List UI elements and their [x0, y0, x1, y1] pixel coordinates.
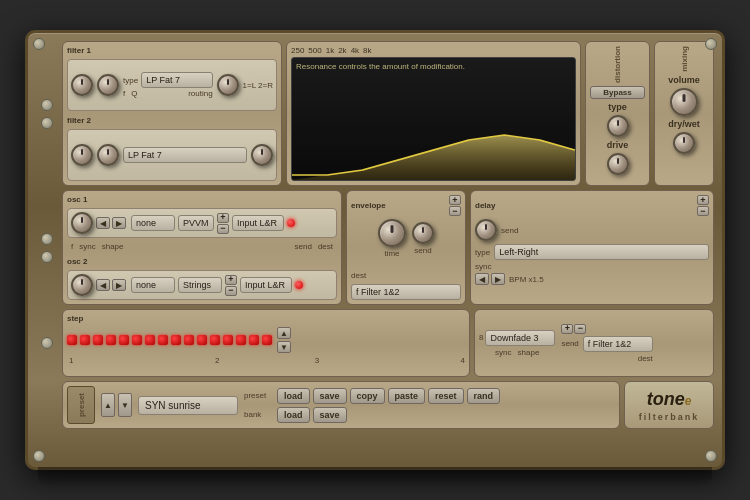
step-dot-8[interactable] — [158, 335, 168, 345]
mixing-drywet-knob[interactable] — [673, 132, 695, 154]
osc1-waveform-select[interactable]: none — [131, 215, 175, 231]
logo-main: tone — [647, 389, 685, 410]
delay-section: delay + − send type — [470, 190, 714, 305]
osc1-arrow-left[interactable]: ◀ — [96, 217, 110, 229]
osc2-arrow-left[interactable]: ◀ — [96, 279, 110, 291]
osc1-shape-label: shape — [102, 242, 124, 251]
envelope-dest-select[interactable]: f Filter 1&2 — [351, 284, 461, 300]
step-dot-16[interactable] — [262, 335, 272, 345]
preset-load-button[interactable]: load — [277, 388, 310, 404]
step-arrow-down[interactable]: ▼ — [277, 341, 291, 353]
step-dot-7[interactable] — [145, 335, 155, 345]
delay-knob[interactable] — [475, 219, 497, 241]
osc1-modulation-select[interactable]: PVVM — [178, 215, 214, 231]
osc2-waveform-select[interactable]: none — [131, 277, 175, 293]
eq-freq-250: 250 — [291, 46, 304, 55]
step-dot-6[interactable] — [132, 335, 142, 345]
delay-arrow-right[interactable]: ▶ — [491, 273, 505, 285]
envelope-time-label: time — [384, 249, 399, 258]
filter2-cutoff-knob[interactable] — [71, 144, 93, 166]
step-dot-12[interactable] — [210, 335, 220, 345]
filter1-type-select[interactable]: LP Fat 7 — [141, 72, 212, 88]
step-marker-2: 2 — [169, 356, 266, 365]
preset-name-display[interactable]: SYN sunrise — [138, 396, 238, 415]
osc1-dest-select[interactable]: Input L&R — [232, 215, 284, 231]
mixing-drywet-label: dry/wet — [668, 119, 700, 129]
mixing-label: mixing — [680, 46, 689, 72]
step-dot-9[interactable] — [171, 335, 181, 345]
screw-mid-l5 — [41, 337, 53, 349]
distortion-section: distortion Bypass type drive — [585, 41, 650, 186]
bank-save-button[interactable]: save — [313, 407, 347, 423]
step-dot-4[interactable] — [106, 335, 116, 345]
step-dot-13[interactable] — [223, 335, 233, 345]
delay-type-label: type — [475, 248, 490, 257]
bank-load-button[interactable]: load — [277, 407, 310, 423]
distortion-type-knob[interactable] — [607, 115, 629, 137]
filter1-cutoff-knob[interactable] — [71, 74, 93, 96]
delay-pm-plus[interactable]: + — [697, 195, 709, 205]
screw-mid-l2 — [41, 117, 53, 129]
filter2-type-select[interactable]: LP Fat 7 — [123, 147, 247, 163]
bypass-button[interactable]: Bypass — [590, 86, 645, 99]
step-pm-plus[interactable]: + — [561, 324, 573, 334]
screw-mid-l4 — [41, 251, 53, 263]
filter2-knob3[interactable] — [251, 144, 273, 166]
osc1-dest-label: dest — [318, 242, 333, 251]
preset-rand-button[interactable]: rand — [467, 388, 501, 404]
step-dot-2[interactable] — [80, 335, 90, 345]
step-section: step — [62, 309, 470, 377]
osc2-arrow-right[interactable]: ▶ — [112, 279, 126, 291]
osc1-pm-plus[interactable]: + — [217, 213, 229, 223]
eq-freq-500: 500 — [308, 46, 321, 55]
env-pm-minus[interactable]: − — [449, 206, 461, 216]
preset-arrow-up[interactable]: ▲ — [101, 393, 115, 417]
step-shape-select[interactable]: Downfade 3 — [485, 330, 555, 346]
eq-freq-8k: 8k — [363, 46, 371, 55]
filter1-q-label: Q — [131, 89, 137, 98]
filter-section: filter 1 type LP Fat 7 f — [62, 41, 282, 186]
step-dot-1[interactable] — [67, 335, 77, 345]
step-dot-14[interactable] — [236, 335, 246, 345]
preset-arrow-down[interactable]: ▼ — [118, 393, 132, 417]
osc1-f-label: f — [71, 242, 73, 251]
env-pm-plus[interactable]: + — [449, 195, 461, 205]
preset-reset-button[interactable]: reset — [428, 388, 464, 404]
synth-body: filter 1 type LP Fat 7 f — [25, 30, 725, 470]
preset-paste-button[interactable]: paste — [388, 388, 426, 404]
mixing-volume-knob[interactable] — [670, 88, 698, 116]
preset-copy-button[interactable]: copy — [350, 388, 385, 404]
osc-section: osc 1 ◀ ▶ none PVVM + — [62, 190, 342, 305]
osc1-knob[interactable] — [71, 212, 93, 234]
osc2-pm-plus[interactable]: + — [225, 275, 237, 285]
delay-pm-minus[interactable]: − — [697, 206, 709, 216]
osc2-pm-minus[interactable]: − — [225, 286, 237, 296]
delay-type-select[interactable]: Left-Right — [494, 244, 709, 260]
step-dot-11[interactable] — [197, 335, 207, 345]
step-pm-minus[interactable]: − — [574, 324, 586, 334]
step-marker-3: 3 — [269, 356, 366, 365]
envelope-send-knob[interactable] — [412, 222, 434, 244]
envelope-time-knob[interactable] — [378, 219, 406, 247]
step-arrow-up[interactable]: ▲ — [277, 327, 291, 339]
distortion-drive-knob[interactable] — [607, 153, 629, 175]
osc1-arrow-right[interactable]: ▶ — [112, 217, 126, 229]
step-dot-15[interactable] — [249, 335, 259, 345]
osc2-modulation-select[interactable]: Strings — [178, 277, 222, 293]
preset-save-button[interactable]: save — [313, 388, 347, 404]
delay-arrow-left[interactable]: ◀ — [475, 273, 489, 285]
eq-curve-svg — [292, 120, 575, 180]
step-dest-select[interactable]: f Filter 1&2 — [583, 336, 653, 352]
osc2-knob[interactable] — [71, 274, 93, 296]
step-dot-3[interactable] — [93, 335, 103, 345]
osc1-send-label: send — [295, 242, 312, 251]
osc1-led — [287, 219, 295, 227]
filter1-knob3[interactable] — [217, 74, 239, 96]
osc2-dest-select[interactable]: Input L&R — [240, 277, 292, 293]
osc1-pm-minus[interactable]: − — [217, 224, 229, 234]
step-dot-5[interactable] — [119, 335, 129, 345]
screw-bl — [33, 450, 45, 462]
step-dot-10[interactable] — [184, 335, 194, 345]
filter2-knob2[interactable] — [97, 144, 119, 166]
filter1-knob2[interactable] — [97, 74, 119, 96]
